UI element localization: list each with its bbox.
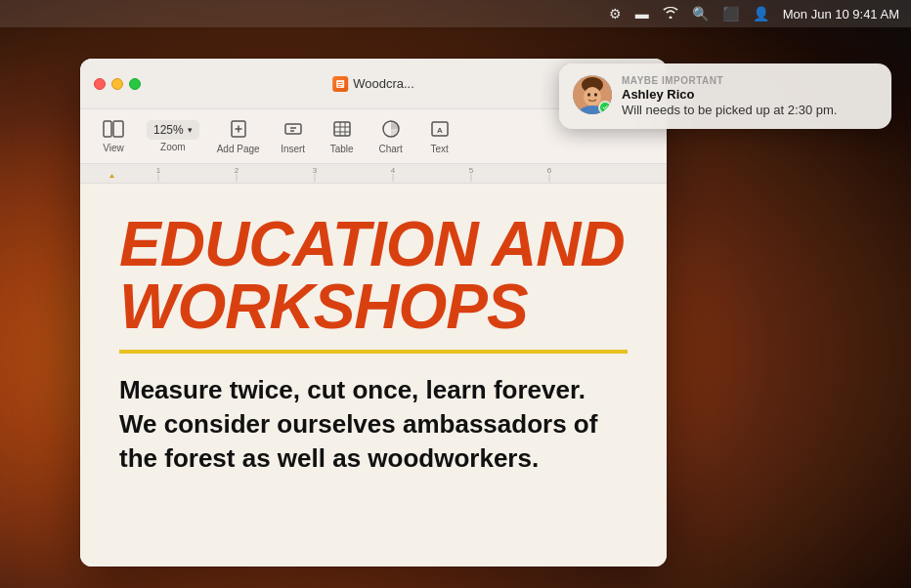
svg-rect-5 — [113, 121, 123, 137]
svg-rect-20 — [80, 164, 667, 183]
svg-text:6: 6 — [547, 166, 552, 175]
zoom-value: 125% — [153, 123, 184, 137]
toolbar-chart-button[interactable]: Chart — [368, 115, 414, 158]
view-label: View — [103, 143, 124, 153]
heading-line2: WORKSHOPS — [119, 275, 628, 338]
notification-message: Will needs to be picked up at 2:30 pm. — [622, 103, 878, 117]
svg-text:3: 3 — [313, 166, 318, 175]
battery-icon: ▬ — [635, 6, 649, 21]
svg-text:A: A — [437, 125, 443, 134]
zoom-label: Zoom — [160, 142, 186, 152]
svg-text:1: 1 — [156, 166, 161, 175]
toolbar-insert-button[interactable]: Insert — [270, 115, 317, 158]
document-body: EDUCATION AND WORKSHOPS Measure twice, c… — [80, 184, 667, 567]
menubar: ⚙ ▬ 🔍 ⬛ 👤 Mon Jun 10 9:41 AM — [0, 0, 911, 27]
toolbar-addpage-button[interactable]: Add Page — [209, 115, 268, 158]
svg-rect-1 — [338, 82, 343, 83]
close-button[interactable] — [94, 78, 106, 90]
menubar-right: ⚙ ▬ 🔍 ⬛ 👤 Mon Jun 10 9:41 AM — [609, 6, 899, 21]
table-label: Table — [330, 144, 354, 154]
addpage-label: Add Page — [217, 144, 260, 154]
traffic-lights — [94, 78, 141, 90]
wifi-icon[interactable] — [663, 6, 678, 21]
zoom-chevron-icon: ▾ — [188, 125, 193, 135]
svg-text:5: 5 — [469, 166, 474, 175]
toolbar-table-button[interactable]: Table — [319, 115, 366, 158]
svg-rect-12 — [334, 122, 350, 136]
addpage-icon — [229, 119, 248, 142]
svg-text:2: 2 — [235, 166, 239, 175]
notification-sender: Ashley Rico — [622, 87, 878, 102]
svg-text:4: 4 — [391, 166, 396, 175]
insert-label: Insert — [281, 144, 305, 154]
toolbar-zoom-button[interactable]: 125% ▾ Zoom — [139, 116, 207, 156]
menubar-datetime: Mon Jun 10 9:41 AM — [783, 7, 899, 21]
toolbar-text-button[interactable]: A Text — [416, 115, 463, 158]
pages-window: Woodcra... View 125% ▾ Zoom — [80, 59, 667, 567]
text-label: Text — [430, 144, 448, 154]
pages-app-icon — [332, 76, 348, 92]
user-icon[interactable]: 👤 — [753, 6, 769, 21]
document-body-text: Measure twice, cut once, learn forever. … — [119, 373, 628, 476]
chart-icon — [380, 119, 402, 142]
svg-rect-3 — [338, 86, 341, 87]
svg-rect-9 — [285, 124, 301, 134]
toolbar-view-button[interactable]: View — [90, 116, 137, 157]
notification-avatar — [573, 75, 612, 114]
chart-label: Chart — [378, 144, 402, 154]
svg-point-38 — [594, 93, 597, 97]
search-icon[interactable]: 🔍 — [692, 6, 709, 21]
view-icon — [103, 120, 124, 141]
desktop: ⚙ ▬ 🔍 ⬛ 👤 Mon Jun 10 9:41 AM — [0, 0, 911, 588]
text-icon: A — [430, 119, 450, 142]
minimize-button[interactable] — [111, 78, 123, 90]
ruler: 1 2 3 4 5 6 — [80, 164, 667, 184]
document-heading: EDUCATION AND WORKSHOPS — [119, 213, 628, 338]
window-title: Woodcra... — [332, 76, 414, 92]
window-title-text: Woodcra... — [353, 76, 414, 91]
svg-rect-4 — [104, 121, 111, 137]
heading-line1: EDUCATION AND — [119, 213, 628, 275]
svg-point-40 — [601, 104, 609, 111]
svg-rect-2 — [338, 84, 343, 85]
maximize-button[interactable] — [129, 78, 141, 90]
zoom-control[interactable]: 125% ▾ — [147, 120, 199, 140]
insert-icon — [283, 119, 303, 142]
table-icon — [332, 119, 352, 142]
messages-badge — [598, 101, 612, 114]
notification-category: MAYBE IMPORTANT — [622, 75, 878, 86]
airplay-icon[interactable]: ⬛ — [722, 6, 739, 21]
notification-content: MAYBE IMPORTANT Ashley Rico Will needs t… — [622, 75, 878, 117]
notification-banner[interactable]: MAYBE IMPORTANT Ashley Rico Will needs t… — [559, 63, 891, 129]
svg-point-37 — [587, 93, 590, 97]
gear-icon[interactable]: ⚙ — [609, 6, 622, 21]
document-divider — [119, 350, 628, 354]
